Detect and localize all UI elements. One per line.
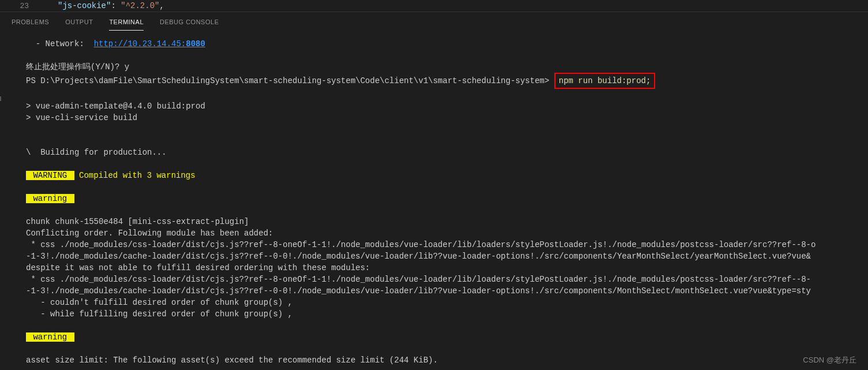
json-value: "^2.2.0" [121, 1, 159, 10]
json-key: "js-cookie" [58, 1, 111, 10]
code-content[interactable]: "js-cookie": "^2.2.0", [58, 1, 164, 10]
watermark: CSDN @老丹丘 [803, 355, 856, 365]
command-text: npm run build:prod; [559, 76, 651, 85]
css-module-line-1: * css ./node_modules/css-loader/dist/cjs… [26, 240, 816, 249]
tab-debug-console[interactable]: DEBUG CONSOLE [160, 14, 219, 30]
warning-label-2: warning [26, 332, 74, 342]
chunk-line: chunk chunk-1550e484 [mini-css-extract-p… [26, 217, 249, 226]
css-module-line-4: -1-3!./node_modules/cache-loader/dist/cj… [26, 286, 811, 296]
couldnt-line: - couldn't fulfill desired order of chun… [26, 298, 292, 307]
batch-prompt: 终止批处理操作吗(Y/N)? y [26, 62, 129, 72]
warning-label-1: warning [26, 194, 74, 203]
tab-problems[interactable]: PROBLEMS [12, 14, 49, 30]
build-line-2: > vue-cli-service build [26, 113, 137, 122]
editor-line: 23 "js-cookie": "^2.2.0", [0, 0, 868, 12]
building-line: \ Building for production... [26, 148, 167, 157]
tab-terminal[interactable]: TERMINAL [109, 14, 144, 31]
left-indicator [0, 96, 1, 101]
compiled-warnings: Compiled with 3 warnings [74, 171, 196, 180]
css-module-line-3: * css ./node_modules/css-loader/dist/cjs… [26, 275, 811, 284]
tab-output[interactable]: OUTPUT [65, 14, 93, 30]
warning-badge: WARNING [26, 171, 74, 180]
line-number: 23 [0, 2, 40, 10]
while-line: - while fulfilling desired order of chun… [26, 309, 292, 319]
network-url[interactable]: http://10.23.14.45:8080 [94, 39, 205, 48]
asset-size-line: asset size limit: The following asset(s)… [26, 356, 438, 365]
bottom-panel: PROBLEMS OUTPUT TERMINAL DEBUG CONSOLE -… [0, 12, 868, 370]
conflicting-line: Conflicting order. Following module has … [26, 229, 273, 238]
network-label: - Network: [26, 39, 94, 48]
despite-line: despite it was not able to fulfill desir… [26, 263, 370, 272]
build-line-1: > vue-admin-template@4.4.0 build:prod [26, 102, 205, 111]
terminal-output[interactable]: - Network: http://10.23.14.45:8080 终止批处理… [0, 32, 868, 370]
panel-tab-bar: PROBLEMS OUTPUT TERMINAL DEBUG CONSOLE [0, 12, 868, 32]
command-highlight-box: npm run build:prod; [554, 73, 656, 89]
css-module-line-2: -1-3!./node_modules/cache-loader/dist/cj… [26, 252, 811, 261]
ps-prompt: PS D:\Projects\damFile\SmartSchedulingSy… [26, 76, 554, 85]
